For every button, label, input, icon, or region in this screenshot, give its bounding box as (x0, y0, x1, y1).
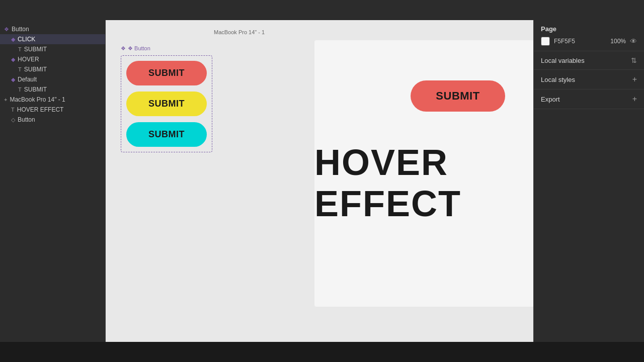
canvas-inner: ❖ ❖ Button SUBMIT SUBMIT SUBMIT MacBook … (106, 20, 533, 342)
sidebar-item-hover-submit[interactable]: T SUBMIT (0, 64, 105, 74)
variable-icon: ◆ (11, 56, 15, 63)
top-bar (0, 0, 644, 20)
sidebar-item-hover-effect[interactable]: T HOVER EFFECT (0, 105, 105, 115)
bottom-bar (0, 342, 644, 362)
plus-icon-export[interactable]: + (632, 95, 637, 104)
variable-icon: ◆ (11, 36, 15, 43)
sidebar-item-label: HOVER (18, 56, 39, 63)
bg-color-swatch[interactable] (541, 37, 550, 46)
zoom-value: 100% (610, 38, 626, 45)
submit-button-red[interactable]: SUBMIT (126, 61, 207, 85)
button-component-box: SUBMIT SUBMIT SUBMIT (121, 55, 212, 152)
sidebar-item-click[interactable]: ◆ CLICK (0, 34, 105, 44)
text-icon: T (18, 86, 22, 93)
eye-icon[interactable]: 👁 (630, 37, 637, 45)
adjust-icon: ⇅ (631, 56, 637, 64)
local-styles-label: Local styles (541, 76, 575, 83)
component-label-text: ❖ Button (128, 45, 150, 52)
sidebar-item-click-submit[interactable]: T SUBMIT (0, 44, 105, 54)
export-row[interactable]: Export + (534, 89, 644, 109)
local-styles-row[interactable]: Local styles + (534, 70, 644, 89)
export-label: Export (541, 96, 560, 103)
component-icon-small: ❖ (121, 45, 126, 52)
sidebar-item-macbook[interactable]: + MacBook Pro 14" - 1 (0, 95, 105, 105)
sidebar-item-hover[interactable]: ◆ HOVER (0, 54, 105, 64)
text-icon: T (18, 66, 22, 72)
canvas: ❖ ❖ Button SUBMIT SUBMIT SUBMIT MacBook … (106, 20, 533, 342)
submit-button-cyan[interactable]: SUBMIT (126, 122, 207, 147)
bg-color-value: F5F5F5 (554, 38, 606, 45)
page-section-header: Page (541, 25, 637, 33)
sidebar-item-label: Button (18, 116, 35, 123)
right-panel: Page F5F5F5 100% 👁 Local variables ⇅ Loc… (533, 20, 644, 342)
page-color-row: F5F5F5 100% 👁 (541, 37, 637, 46)
macbook-frame-label: MacBook Pro 14" - 1 (214, 29, 265, 35)
component-icon: ❖ (4, 26, 9, 33)
local-variables-row[interactable]: Local variables ⇅ (534, 51, 644, 70)
plus-icon[interactable]: + (632, 75, 637, 84)
page-section-title: Page (541, 25, 556, 33)
diamond-icon: ◇ (11, 117, 15, 123)
sidebar-item-label: SUBMIT (24, 66, 47, 73)
sidebar-item-label: SUBMIT (24, 86, 47, 93)
text-icon: T (18, 46, 22, 52)
local-variables-label: Local variables (541, 57, 585, 64)
sidebar-item-button-leaf[interactable]: ◇ Button (0, 115, 105, 125)
sidebar-item-label: MacBook Pro 14" - 1 (10, 96, 65, 103)
sidebar-item-label: HOVER EFFECT (17, 106, 64, 113)
page-section: Page F5F5F5 100% 👁 (534, 20, 644, 51)
submit-button-main[interactable]: SUBMIT (411, 80, 505, 112)
macbook-content: SUBMIT HOVER EFFECT (314, 40, 533, 307)
sidebar-item-button-component[interactable]: ❖ Button (0, 24, 105, 34)
macbook-frame-content: SUBMIT HOVER EFFECT (314, 40, 533, 307)
hover-effect-heading: HOVER EFFECT (314, 142, 533, 224)
sidebar-item-label: CLICK (18, 36, 35, 43)
sidebar-item-default[interactable]: ◆ Default (0, 74, 105, 84)
component-label: ❖ ❖ Button (121, 45, 150, 52)
text-icon: T (11, 107, 15, 113)
sidebar-item-label: SUBMIT (24, 46, 47, 53)
frame-icon: + (4, 97, 7, 103)
main-area: ❖ Button ◆ CLICK T SUBMIT ◆ HOVER T SUBM… (0, 20, 644, 342)
button-component-container: ❖ ❖ Button SUBMIT SUBMIT SUBMIT (121, 55, 212, 152)
left-panel: ❖ Button ◆ CLICK T SUBMIT ◆ HOVER T SUBM… (0, 20, 106, 342)
variable-icon: ◆ (11, 76, 15, 83)
submit-button-yellow[interactable]: SUBMIT (126, 92, 207, 116)
sidebar-item-label: Button (12, 26, 29, 33)
sidebar-item-label: Default (18, 76, 37, 83)
sidebar-item-default-submit[interactable]: T SUBMIT (0, 84, 105, 95)
